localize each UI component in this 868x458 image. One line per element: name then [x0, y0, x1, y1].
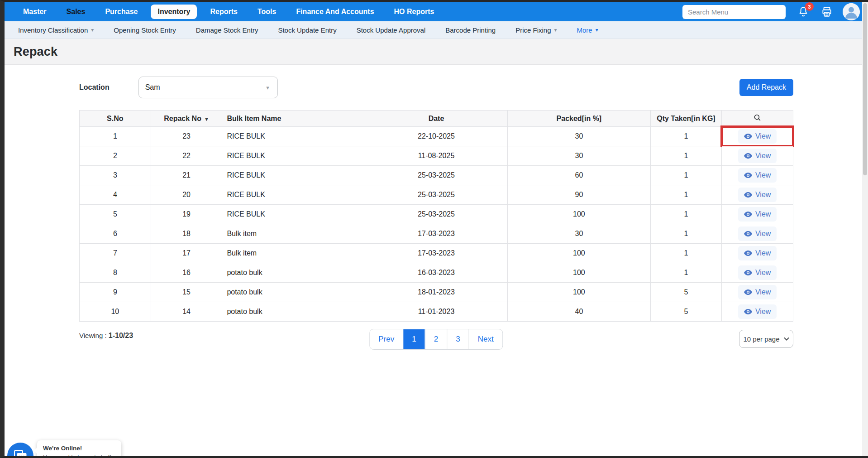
view-button[interactable]: View [738, 227, 777, 241]
eye-icon [744, 192, 752, 198]
view-button[interactable]: View [738, 304, 777, 319]
top-nav-item[interactable]: Reports [203, 5, 244, 19]
table-row: 7 17 Bulk item 17-03-2023 100 1 [80, 244, 793, 263]
view-button[interactable]: View [738, 246, 777, 260]
top-nav-item[interactable]: HO Reports [387, 5, 441, 19]
sort-caret-icon[interactable]: ▼ [204, 116, 209, 122]
column-header-repack-no[interactable]: Repack No▼ [151, 111, 222, 127]
viewing-status: Viewing : 1-10/23 [79, 332, 133, 340]
pagination-button[interactable]: Next [469, 329, 503, 349]
sub-navbar: Inventory Classification ▾ Opening Stock… [5, 21, 868, 39]
cell-packed: 100 [508, 244, 650, 263]
cell-packed: 30 [508, 224, 650, 244]
cell-item-name: RICE BULK [222, 185, 365, 205]
cell-qty: 1 [650, 224, 722, 244]
view-button-label: View [755, 288, 771, 296]
cell-repack-no: 23 [151, 127, 222, 146]
cell-packed: 40 [508, 302, 650, 322]
view-button-label: View [755, 210, 771, 218]
sub-nav-item-label: Damage Stock Entry [196, 26, 258, 34]
pagination-button[interactable]: 1 [403, 329, 425, 349]
pagination-button-label: 3 [456, 335, 460, 343]
chat-widget-button[interactable] [7, 443, 33, 458]
sub-nav-item-label: More [577, 26, 592, 34]
top-nav-item[interactable]: Master [16, 5, 53, 19]
cell-sno: 9 [80, 283, 151, 302]
view-button[interactable]: View [738, 207, 777, 222]
column-header-actions[interactable] [722, 111, 793, 127]
cell-actions: View [722, 185, 793, 205]
cell-sno: 10 [80, 302, 151, 322]
view-button[interactable]: View [738, 188, 777, 202]
viewing-label: Viewing : [79, 332, 107, 339]
chevron-down-icon: ▾ [91, 27, 94, 33]
filter-row: Location Sam ▾ Add Repack [79, 77, 793, 98]
top-nav-item-label: Purchase [105, 8, 138, 15]
view-button[interactable]: View [738, 129, 777, 144]
eye-icon [744, 231, 752, 237]
per-page-select[interactable]: 10 per page [739, 330, 793, 348]
view-button[interactable]: View [738, 285, 777, 299]
pagination-button[interactable]: Prev [370, 329, 403, 349]
pagination-button[interactable]: 3 [447, 329, 469, 349]
chat-tooltip[interactable]: We're Online! How may I help you today? [37, 440, 121, 458]
location-select[interactable]: Sam ▾ [138, 77, 278, 98]
table-row: 8 16 potato bulk 16-03-2023 100 1 [80, 263, 793, 283]
cell-date: 25-03-2025 [365, 166, 507, 185]
cell-date: 22-10-2025 [365, 127, 507, 146]
scrollbar-thumb[interactable] [863, 3, 867, 175]
user-avatar[interactable] [843, 3, 860, 20]
chevron-down-icon: ▾ [554, 27, 557, 33]
cell-sno: 4 [80, 185, 151, 205]
cell-repack-no: 14 [151, 302, 222, 322]
eye-icon [744, 309, 752, 315]
cell-packed: 100 [508, 283, 650, 302]
top-navbar: Master Sales Purchase Inventory Reports … [5, 2, 868, 21]
sub-nav-item[interactable]: More ▾ [577, 26, 598, 34]
sub-nav-item[interactable]: Stock Update Approval ▾ [357, 26, 426, 34]
cell-qty: 5 [650, 302, 722, 322]
cell-date: 17-03-2023 [365, 224, 507, 244]
sub-nav-item[interactable]: Barcode Printing ▾ [445, 26, 496, 34]
chevron-down-icon: ▾ [596, 27, 598, 33]
cell-sno: 5 [80, 205, 151, 224]
add-repack-button[interactable]: Add Repack [739, 79, 793, 96]
notifications-bell-icon[interactable]: 3 [797, 6, 809, 18]
cell-repack-no: 21 [151, 166, 222, 185]
view-button[interactable]: View [738, 149, 777, 163]
top-nav-item[interactable]: Inventory [151, 5, 197, 19]
view-button[interactable]: View [738, 265, 777, 280]
cell-qty: 1 [650, 185, 722, 205]
top-nav-item[interactable]: Tools [251, 5, 283, 19]
cell-sno: 3 [80, 166, 151, 185]
cell-item-name: Bulk item [222, 244, 365, 263]
cell-date: 25-03-2025 [365, 185, 507, 205]
sub-nav-item[interactable]: Price Fixing ▾ [515, 26, 557, 34]
view-button[interactable]: View [738, 168, 777, 183]
print-icon[interactable] [821, 6, 833, 18]
eye-icon [744, 211, 752, 217]
pagination-button[interactable]: 2 [425, 329, 447, 349]
search-input[interactable] [682, 5, 786, 19]
cell-sno: 1 [80, 127, 151, 146]
chat-tooltip-subtitle: How may I help you today? [43, 454, 115, 458]
cell-packed: 30 [508, 127, 650, 146]
sub-nav-item[interactable]: Stock Update Entry ▾ [278, 26, 336, 34]
printer-icon [821, 6, 833, 18]
page-title: Repack [14, 45, 57, 59]
cell-packed: 100 [508, 263, 650, 283]
cell-item-name: potato bulk [222, 302, 365, 322]
sub-nav-item-label: Stock Update Entry [278, 26, 336, 34]
cell-actions: View [722, 146, 793, 166]
top-nav-item[interactable]: Purchase [98, 5, 144, 19]
sub-nav-item[interactable]: Inventory Classification ▾ [18, 26, 94, 34]
sub-nav-item-label: Opening Stock Entry [114, 26, 176, 34]
vertical-scrollbar[interactable] [862, 2, 868, 456]
sub-nav-item[interactable]: Damage Stock Entry ▾ [196, 26, 258, 34]
cell-qty: 1 [650, 263, 722, 283]
view-button-label: View [755, 308, 771, 316]
sub-nav-item[interactable]: Opening Stock Entry ▾ [114, 26, 176, 34]
cell-repack-no: 18 [151, 224, 222, 244]
top-nav-item[interactable]: Finance And Accounts [289, 5, 381, 19]
top-nav-item[interactable]: Sales [60, 5, 92, 19]
